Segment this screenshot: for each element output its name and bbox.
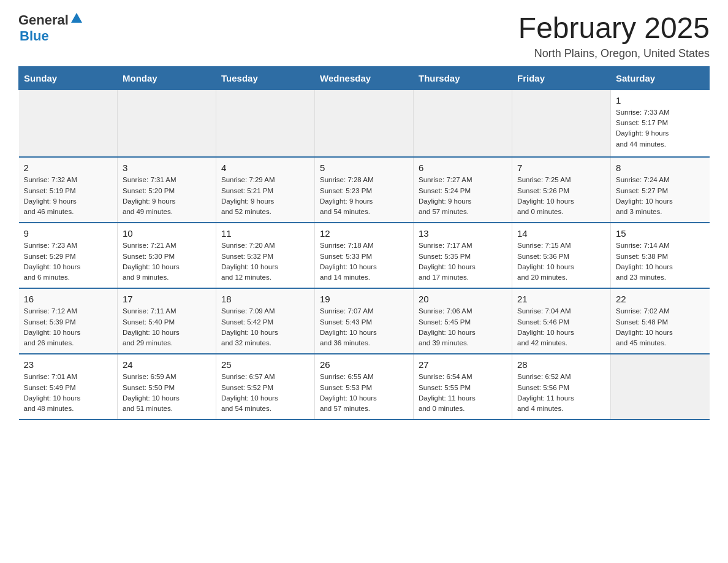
day-number: 8 — [616, 163, 705, 173]
table-row: 3Sunrise: 7:31 AM Sunset: 5:20 PM Daylig… — [118, 157, 216, 223]
table-row — [512, 90, 611, 157]
day-info: Sunrise: 7:01 AM Sunset: 5:49 PM Dayligh… — [24, 372, 113, 414]
calendar-table: Sunday Monday Tuesday Wednesday Thursday… — [18, 66, 710, 421]
day-number: 23 — [24, 359, 113, 370]
day-number: 28 — [517, 359, 605, 370]
table-row: 27Sunrise: 6:54 AM Sunset: 5:55 PM Dayli… — [414, 354, 512, 419]
calendar-week-row: 2Sunrise: 7:32 AM Sunset: 5:19 PM Daylig… — [19, 157, 710, 223]
logo-general-text: General — [18, 12, 69, 28]
table-row: 7Sunrise: 7:25 AM Sunset: 5:26 PM Daylig… — [512, 157, 611, 223]
svg-marker-0 — [71, 13, 82, 23]
day-number: 10 — [123, 228, 211, 239]
logo: General Blue — [18, 12, 82, 44]
table-row: 20Sunrise: 7:06 AM Sunset: 5:45 PM Dayli… — [414, 288, 512, 354]
day-number: 6 — [419, 163, 507, 173]
page-header: General Blue February 2025 North Plains,… — [18, 12, 710, 60]
day-number: 18 — [221, 294, 309, 304]
table-row — [611, 354, 710, 419]
day-info: Sunrise: 7:07 AM Sunset: 5:43 PM Dayligh… — [320, 306, 408, 348]
day-info: Sunrise: 7:33 AM Sunset: 5:17 PM Dayligh… — [616, 107, 705, 150]
day-number: 21 — [517, 294, 605, 304]
day-info: Sunrise: 7:29 AM Sunset: 5:21 PM Dayligh… — [221, 175, 309, 217]
table-row: 28Sunrise: 6:52 AM Sunset: 5:56 PM Dayli… — [512, 354, 611, 419]
day-number: 15 — [616, 228, 705, 239]
day-number: 14 — [517, 228, 605, 239]
day-info: Sunrise: 7:11 AM Sunset: 5:40 PM Dayligh… — [123, 306, 211, 348]
day-info: Sunrise: 7:31 AM Sunset: 5:20 PM Dayligh… — [123, 175, 211, 217]
day-info: Sunrise: 7:04 AM Sunset: 5:46 PM Dayligh… — [517, 306, 605, 348]
table-row: 17Sunrise: 7:11 AM Sunset: 5:40 PM Dayli… — [118, 288, 216, 354]
day-info: Sunrise: 6:54 AM Sunset: 5:55 PM Dayligh… — [419, 372, 507, 414]
day-info: Sunrise: 6:55 AM Sunset: 5:53 PM Dayligh… — [320, 372, 408, 414]
day-number: 2 — [24, 163, 113, 173]
day-number: 12 — [320, 228, 408, 239]
day-info: Sunrise: 7:28 AM Sunset: 5:23 PM Dayligh… — [320, 175, 408, 217]
header-saturday: Saturday — [611, 66, 710, 90]
table-row: 24Sunrise: 6:59 AM Sunset: 5:50 PM Dayli… — [118, 354, 216, 419]
header-thursday: Thursday — [414, 66, 512, 90]
day-info: Sunrise: 7:20 AM Sunset: 5:32 PM Dayligh… — [221, 240, 309, 283]
day-info: Sunrise: 7:24 AM Sunset: 5:27 PM Dayligh… — [616, 175, 705, 217]
day-number: 5 — [320, 163, 408, 173]
day-info: Sunrise: 6:57 AM Sunset: 5:52 PM Dayligh… — [221, 372, 309, 414]
table-row: 14Sunrise: 7:15 AM Sunset: 5:36 PM Dayli… — [512, 223, 611, 288]
header-monday: Monday — [118, 66, 216, 90]
day-number: 24 — [123, 359, 211, 370]
table-row: 26Sunrise: 6:55 AM Sunset: 5:53 PM Dayli… — [315, 354, 414, 419]
day-number: 1 — [616, 95, 705, 105]
day-number: 20 — [419, 294, 507, 304]
table-row — [315, 90, 414, 157]
day-number: 13 — [419, 228, 507, 239]
table-row: 12Sunrise: 7:18 AM Sunset: 5:33 PM Dayli… — [315, 223, 414, 288]
table-row: 11Sunrise: 7:20 AM Sunset: 5:32 PM Dayli… — [216, 223, 315, 288]
table-row: 16Sunrise: 7:12 AM Sunset: 5:39 PM Dayli… — [19, 288, 118, 354]
day-info: Sunrise: 7:06 AM Sunset: 5:45 PM Dayligh… — [419, 306, 507, 348]
header-wednesday: Wednesday — [315, 66, 414, 90]
table-row: 19Sunrise: 7:07 AM Sunset: 5:43 PM Dayli… — [315, 288, 414, 354]
day-info: Sunrise: 7:09 AM Sunset: 5:42 PM Dayligh… — [221, 306, 309, 348]
header-tuesday: Tuesday — [216, 66, 315, 90]
header-sunday: Sunday — [19, 66, 118, 90]
table-row: 2Sunrise: 7:32 AM Sunset: 5:19 PM Daylig… — [19, 157, 118, 223]
day-number: 22 — [616, 294, 705, 304]
day-number: 16 — [24, 294, 113, 304]
day-info: Sunrise: 7:12 AM Sunset: 5:39 PM Dayligh… — [24, 306, 113, 348]
day-number: 4 — [221, 163, 309, 173]
table-row — [414, 90, 512, 157]
day-info: Sunrise: 7:27 AM Sunset: 5:24 PM Dayligh… — [419, 175, 507, 217]
header-right: February 2025 North Plains, Oregon, Unit… — [518, 12, 710, 60]
table-row: 5Sunrise: 7:28 AM Sunset: 5:23 PM Daylig… — [315, 157, 414, 223]
day-info: Sunrise: 7:32 AM Sunset: 5:19 PM Dayligh… — [24, 175, 113, 217]
day-info: Sunrise: 7:15 AM Sunset: 5:36 PM Dayligh… — [517, 240, 605, 283]
table-row: 4Sunrise: 7:29 AM Sunset: 5:21 PM Daylig… — [216, 157, 315, 223]
day-number: 25 — [221, 359, 309, 370]
month-title: February 2025 — [518, 12, 710, 45]
header-friday: Friday — [512, 66, 611, 90]
day-info: Sunrise: 6:59 AM Sunset: 5:50 PM Dayligh… — [123, 372, 211, 414]
table-row: 1Sunrise: 7:33 AM Sunset: 5:17 PM Daylig… — [611, 90, 710, 157]
day-info: Sunrise: 7:21 AM Sunset: 5:30 PM Dayligh… — [123, 240, 211, 283]
table-row — [19, 90, 118, 157]
day-info: Sunrise: 6:52 AM Sunset: 5:56 PM Dayligh… — [517, 372, 605, 414]
day-info: Sunrise: 7:23 AM Sunset: 5:29 PM Dayligh… — [24, 240, 113, 283]
day-number: 17 — [123, 294, 211, 304]
table-row: 8Sunrise: 7:24 AM Sunset: 5:27 PM Daylig… — [611, 157, 710, 223]
table-row — [216, 90, 315, 157]
logo-triangle-icon — [71, 13, 82, 25]
table-row: 9Sunrise: 7:23 AM Sunset: 5:29 PM Daylig… — [19, 223, 118, 288]
day-info: Sunrise: 7:17 AM Sunset: 5:35 PM Dayligh… — [419, 240, 507, 283]
table-row: 15Sunrise: 7:14 AM Sunset: 5:38 PM Dayli… — [611, 223, 710, 288]
table-row: 10Sunrise: 7:21 AM Sunset: 5:30 PM Dayli… — [118, 223, 216, 288]
day-number: 19 — [320, 294, 408, 304]
table-row: 22Sunrise: 7:02 AM Sunset: 5:48 PM Dayli… — [611, 288, 710, 354]
logo-blue-text: Blue — [20, 28, 49, 44]
day-info: Sunrise: 7:18 AM Sunset: 5:33 PM Dayligh… — [320, 240, 408, 283]
calendar-week-row: 16Sunrise: 7:12 AM Sunset: 5:39 PM Dayli… — [19, 288, 710, 354]
table-row: 25Sunrise: 6:57 AM Sunset: 5:52 PM Dayli… — [216, 354, 315, 419]
location-text: North Plains, Oregon, United States — [518, 47, 710, 60]
day-info: Sunrise: 7:25 AM Sunset: 5:26 PM Dayligh… — [517, 175, 605, 217]
table-row: 23Sunrise: 7:01 AM Sunset: 5:49 PM Dayli… — [19, 354, 118, 419]
day-info: Sunrise: 7:14 AM Sunset: 5:38 PM Dayligh… — [616, 240, 705, 283]
table-row — [118, 90, 216, 157]
calendar-week-row: 23Sunrise: 7:01 AM Sunset: 5:49 PM Dayli… — [19, 354, 710, 419]
